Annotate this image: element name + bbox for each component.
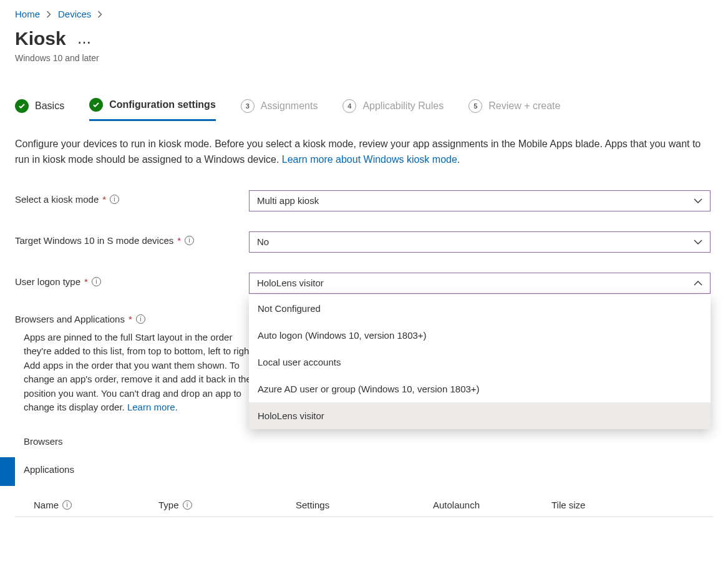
- learn-more-apps-link[interactable]: Learn more: [127, 402, 175, 412]
- tab-review-label: Review + create: [488, 100, 560, 112]
- tab-review-create[interactable]: 5 Review + create: [468, 93, 560, 121]
- s-mode-select[interactable]: No: [249, 231, 711, 253]
- logon-option[interactable]: Azure AD user or group (Windows 10, vers…: [249, 376, 711, 402]
- check-icon: [15, 99, 29, 113]
- tab-assignments[interactable]: 3 Assignments: [241, 93, 318, 121]
- logon-type-select[interactable]: HoloLens visitor: [249, 273, 711, 294]
- col-type: Type: [158, 500, 179, 510]
- info-icon[interactable]: i: [185, 236, 194, 245]
- col-name: Name: [34, 500, 59, 510]
- intro-text: Configure your devices to run in kiosk m…: [15, 137, 701, 168]
- tab-configuration-settings[interactable]: Configuration settings: [89, 93, 216, 121]
- info-icon[interactable]: i: [183, 500, 192, 510]
- step-number-icon: 4: [342, 99, 356, 113]
- required-asterisk: *: [129, 314, 132, 324]
- tab-assignments-label: Assignments: [261, 100, 318, 112]
- info-icon[interactable]: i: [62, 500, 72, 510]
- learn-more-kiosk-link[interactable]: Learn more about Windows kiosk mode: [282, 154, 457, 165]
- step-number-icon: 3: [241, 99, 255, 113]
- subtab-browsers[interactable]: Browsers: [24, 427, 74, 455]
- kiosk-mode-select[interactable]: Multi app kiosk: [249, 190, 711, 211]
- col-autolaunch: Autolaunch: [433, 500, 480, 510]
- kiosk-mode-label: Select a kiosk mode * i: [15, 190, 249, 205]
- col-tile-size: Tile size: [551, 500, 585, 510]
- subtab-applications[interactable]: Applications: [24, 455, 74, 483]
- logon-option[interactable]: HoloLens visitor: [249, 402, 711, 429]
- step-number-icon: 5: [468, 99, 482, 113]
- required-asterisk: *: [177, 235, 181, 246]
- logon-option[interactable]: Not Configured: [249, 295, 711, 322]
- tab-basics-label: Basics: [35, 100, 64, 112]
- chevron-down-icon: [694, 239, 702, 245]
- col-settings: Settings: [296, 500, 329, 510]
- apps-section-description: Apps are pinned to the full Start layout…: [24, 331, 255, 415]
- logon-type-dropdown: Not Configured Auto logon (Windows 10, v…: [249, 295, 711, 429]
- s-mode-label: Target Windows 10 in S mode devices * i: [15, 231, 249, 246]
- info-icon[interactable]: i: [110, 195, 119, 204]
- required-asterisk: *: [102, 194, 106, 205]
- tab-config-label: Configuration settings: [109, 99, 216, 110]
- chevron-right-icon: [46, 11, 52, 18]
- logon-type-label: User logon type * i: [15, 273, 249, 287]
- required-asterisk: *: [84, 276, 88, 287]
- chevron-right-icon: [97, 11, 103, 18]
- tab-basics[interactable]: Basics: [15, 93, 64, 121]
- breadcrumb-home[interactable]: Home: [15, 9, 40, 19]
- page-title: Kiosk: [15, 28, 66, 49]
- page-subtitle: Windows 10 and later: [15, 53, 713, 63]
- breadcrumb-devices[interactable]: Devices: [58, 9, 91, 19]
- more-actions-icon[interactable]: ⋯: [77, 34, 92, 51]
- logon-option[interactable]: Local user accounts: [249, 349, 711, 376]
- apps-table-header: Name i Type i Settings Autolaunch Tile s…: [15, 491, 713, 517]
- active-indicator: [0, 457, 15, 486]
- chevron-down-icon: [694, 198, 702, 204]
- chevron-up-icon: [694, 280, 702, 286]
- tab-applicability-rules[interactable]: 4 Applicability Rules: [342, 93, 444, 121]
- tab-rules-label: Applicability Rules: [362, 100, 444, 112]
- info-icon[interactable]: i: [92, 277, 101, 286]
- check-icon: [89, 98, 103, 112]
- breadcrumb: Home Devices: [15, 7, 713, 26]
- info-icon[interactable]: i: [136, 314, 145, 324]
- logon-option[interactable]: Auto logon (Windows 10, version 1803+): [249, 322, 711, 349]
- wizard-steps: Basics Configuration settings 3 Assignme…: [15, 93, 713, 122]
